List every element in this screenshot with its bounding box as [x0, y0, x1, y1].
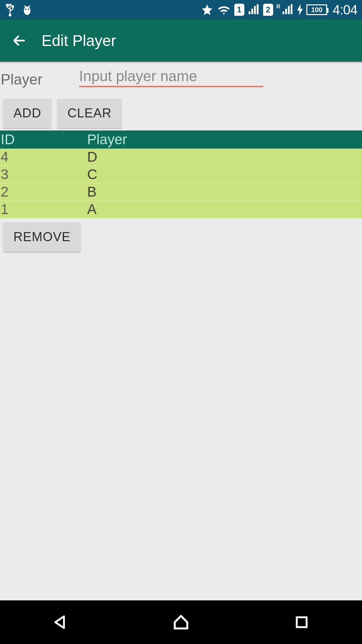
svg-point-2: [12, 6, 13, 7]
cell-id: 2: [0, 184, 87, 200]
player-name-input[interactable]: [79, 68, 263, 87]
status-bar: 1 2 R 100 4:04: [0, 0, 362, 19]
table-body: 4 D 3 C 2 B 1 A: [0, 149, 362, 218]
add-button[interactable]: ADD: [3, 99, 51, 128]
svg-point-5: [28, 8, 29, 10]
table-header: ID Player: [0, 130, 362, 149]
cell-player: A: [87, 201, 362, 217]
cell-player: C: [87, 166, 362, 182]
cell-id: 1: [0, 201, 87, 217]
table-row[interactable]: 1 A: [0, 201, 362, 218]
clock: 4:04: [333, 2, 357, 17]
header-id: ID: [0, 131, 87, 148]
table-row[interactable]: 3 C: [0, 166, 362, 183]
nav-back-button[interactable]: [45, 607, 75, 637]
signal1-icon: [248, 4, 260, 15]
roaming-label: R: [277, 4, 281, 10]
cell-player: D: [87, 149, 362, 165]
svg-point-4: [25, 8, 26, 10]
table-row[interactable]: 2 B: [0, 183, 362, 201]
battery-indicator: 100: [306, 4, 327, 15]
sim1-badge: 1: [234, 4, 244, 16]
header-player: Player: [87, 131, 362, 148]
player-label: Player: [0, 69, 79, 88]
page-title: Edit Player: [42, 32, 116, 50]
content: Player ADD CLEAR ID Player 4 D 3 C 2 B 1…: [0, 62, 362, 600]
navigation-bar: [0, 600, 362, 644]
cell-id: 3: [0, 166, 87, 182]
svg-point-0: [9, 14, 11, 16]
table-row[interactable]: 4 D: [0, 149, 362, 166]
svg-rect-1: [6, 4, 8, 6]
clear-button[interactable]: CLEAR: [57, 99, 122, 128]
charging-icon: [297, 4, 303, 15]
battery-level: 100: [311, 6, 322, 14]
usb-icon: [5, 3, 15, 16]
nav-home-button[interactable]: [166, 607, 196, 637]
cell-player: B: [87, 184, 362, 200]
signal2-icon: [282, 4, 294, 15]
app-bar: Edit Player: [0, 19, 362, 62]
nav-recent-button[interactable]: [287, 607, 317, 637]
svg-point-3: [24, 6, 31, 15]
back-icon[interactable]: [11, 33, 27, 49]
cell-id: 4: [0, 149, 87, 165]
sim2-badge: 2: [263, 4, 273, 16]
wifi-icon: [217, 3, 231, 16]
debug-icon: [21, 4, 33, 16]
star-icon: [201, 3, 214, 16]
svg-rect-6: [297, 617, 306, 627]
remove-button[interactable]: REMOVE: [3, 222, 81, 252]
